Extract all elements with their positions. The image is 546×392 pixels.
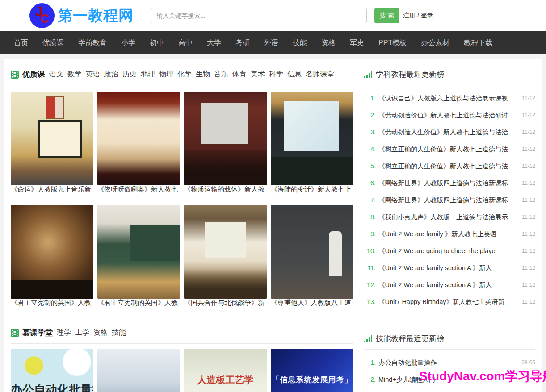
rank-link[interactable]: 《Unit 2 We are family section A 》新人 <box>378 281 518 289</box>
course-caption[interactable]: 《君主立宪制的英国》人教 <box>11 299 91 306</box>
rank-item: 10.《Unit 2 We are going to cheer the pla… <box>364 242 535 259</box>
rank-link[interactable]: 《树立正确的人生价值》新人教七上道德与法 <box>378 162 518 171</box>
mooc-link-engineering[interactable]: 工学 <box>75 328 89 338</box>
rank-link[interactable]: 《Unit 2 We are family section A 》新人 <box>378 264 518 272</box>
rank-link[interactable]: 《我们小点儿声》人教版二上道德与法治展示 <box>378 213 518 221</box>
rank-link[interactable]: 《Unit 2 We are family 》新人教七上英语 <box>378 230 518 238</box>
subject-link-politics[interactable]: 政治 <box>104 70 118 79</box>
subject-link-art[interactable]: 美术 <box>251 70 265 79</box>
subject-link-physics[interactable]: 物理 <box>159 70 173 79</box>
nav-item-qualification[interactable]: 资格 <box>314 38 343 48</box>
site-logo[interactable]: J C 第一教程网 <box>29 3 134 28</box>
rank-number: 2. <box>364 376 376 383</box>
rank-date: 08-05 <box>521 359 535 366</box>
course-caption[interactable]: 《物质运输的载体》新人教 <box>184 185 265 193</box>
search-button[interactable]: 搜 索 <box>374 8 399 23</box>
nav-item-tutorial-download[interactable]: 教程下载 <box>457 38 500 48</box>
nav-item-military-history[interactable]: 军史 <box>343 38 371 48</box>
nav-item-junior[interactable]: 初中 <box>143 38 171 48</box>
nav-item-office-material[interactable]: 办公素材 <box>414 38 457 48</box>
subject-link-information[interactable]: 信息 <box>287 70 302 79</box>
mooc-link-science[interactable]: 理学 <box>57 328 71 338</box>
subject-link-math[interactable]: 数学 <box>67 70 82 79</box>
subject-link-pe[interactable]: 体育 <box>232 70 247 79</box>
rank-date: 11-12 <box>522 248 535 254</box>
mooc-thumbnail[interactable] <box>97 349 180 392</box>
subject-link-history[interactable]: 历史 <box>122 70 137 79</box>
nav-item-primary[interactable]: 小学 <box>114 38 143 48</box>
subject-link-music[interactable]: 音乐 <box>214 70 228 79</box>
rank-date: 11-12 <box>522 299 535 305</box>
search-input[interactable] <box>151 8 367 23</box>
subject-link-geography[interactable]: 地理 <box>141 70 155 79</box>
rank-link[interactable]: 《认识自己》人教版六上道德与法治展示课视 <box>378 94 518 103</box>
nav-item-ppt-template[interactable]: PPT模板 <box>371 38 414 48</box>
mooc-card: 人造板工艺学 <box>184 349 267 392</box>
course-thumbnail[interactable] <box>11 92 93 185</box>
nav-item-skills[interactable]: 技能 <box>286 38 314 48</box>
course-caption[interactable]: 《尊重他人》人教版八上道 <box>271 299 351 306</box>
subject-rank-list: 1.《认识自己》人教版六上道德与法治展示课视11-12 2.《劳动创造价值》新人… <box>364 90 535 310</box>
rank-link[interactable]: 办公自动化批量操作 <box>378 359 518 367</box>
mooc-thumb-label: 办公自动化批量操作 <box>11 382 93 392</box>
course-card: 《物质运输的载体》新人教 <box>184 92 267 194</box>
subject-link-biology[interactable]: 生物 <box>196 70 210 79</box>
subject-link-chinese[interactable]: 语文 <box>49 70 63 79</box>
subject-link-famous-teacher[interactable]: 名师课堂 <box>306 70 334 79</box>
mooc-thumbnail[interactable]: 办公自动化批量操作 <box>11 349 93 392</box>
studynav-watermark: StudyNav.com学习导航 <box>419 368 546 385</box>
subject-rank-header: 学科教程最近更新榜 <box>364 69 535 85</box>
nav-item-foreign-language[interactable]: 外语 <box>257 38 286 48</box>
rank-date: 11-12 <box>522 163 535 169</box>
course-thumbnail[interactable] <box>11 205 93 299</box>
course-caption[interactable]: 《依呀呀傲咧奥》新人教七 <box>97 185 178 193</box>
rank-link[interactable]: 《树立正确的人生价值》新人教七上道德与法 <box>378 145 518 154</box>
rank-date: 11-12 <box>522 180 535 186</box>
course-card: 《依呀呀傲咧奥》新人教七 <box>97 92 180 194</box>
subject-link-science[interactable]: 科学 <box>269 70 283 79</box>
nav-item-university[interactable]: 大学 <box>200 38 228 48</box>
rank-link[interactable]: 《网络新世界》人教版四上道德与法治新课标 <box>378 196 518 204</box>
site-header: J C 第一教程网 搜 索 注册 / 登录 <box>0 0 546 31</box>
course-thumbnail[interactable] <box>271 205 353 299</box>
bar-chart-icon <box>364 335 372 343</box>
mooc-card <box>97 349 180 392</box>
rank-item: 5.《树立正确的人生价值》新人教七上道德与法11-12 <box>364 158 535 175</box>
nav-item-preschool[interactable]: 学前教育 <box>71 38 114 48</box>
rank-link[interactable]: 《劳动创造人生价值》新人教七上道德与法治 <box>378 128 518 137</box>
rank-item: 6.《网络新世界》人教版四上道德与法治新课标11-12 <box>364 175 535 192</box>
course-caption[interactable]: 《命运》人教版九上音乐新 <box>11 185 91 193</box>
subject-link-chemistry[interactable]: 化学 <box>177 70 192 79</box>
rank-link[interactable]: 《网络新世界》人教版四上道德与法治新课标 <box>378 179 518 188</box>
rank-number: 1. <box>364 359 376 366</box>
course-caption[interactable]: 《国共合作与北伐战争》新 <box>184 299 265 306</box>
course-thumbnail[interactable] <box>184 92 267 185</box>
course-thumbnail[interactable] <box>97 205 180 299</box>
course-thumbnail[interactable] <box>271 92 353 185</box>
mooc-link-skills[interactable]: 技能 <box>112 328 126 338</box>
course-thumbnail[interactable] <box>97 92 180 185</box>
site-title: 第一教程网 <box>58 6 134 26</box>
subject-link-english[interactable]: 英语 <box>86 70 100 79</box>
course-caption[interactable]: 《君主立宪制的英国》人教 <box>97 299 178 306</box>
nav-item-quality-course[interactable]: 优质课 <box>35 38 71 48</box>
nav-item-postgraduate[interactable]: 考研 <box>228 38 257 48</box>
nav-item-home[interactable]: 首页 <box>7 38 35 48</box>
course-card: 《君主立宪制的英国》人教 <box>97 205 180 307</box>
course-caption[interactable]: 《海陆的变迁》新人教七上 <box>271 185 351 193</box>
mooc-link-qualification[interactable]: 资格 <box>93 328 108 338</box>
mooc-thumbnail[interactable]: 「信息系统发展用考」 <box>271 349 353 392</box>
register-login-link[interactable]: 注册 / 登录 <box>403 12 433 20</box>
course-thumbnail[interactable] <box>184 205 267 299</box>
rank-number: 7. <box>364 196 376 204</box>
rank-link[interactable]: 《劳动创造价值》新人教七上道德与法治研讨 <box>378 111 518 120</box>
rank-number: 6. <box>364 179 376 187</box>
nav-item-senior[interactable]: 高中 <box>171 38 200 48</box>
rank-date: 11-12 <box>522 146 535 152</box>
rank-link[interactable]: 《Unit 2 We are going to cheer the playe <box>378 247 518 255</box>
rank-item: 1.《认识自己》人教版六上道德与法治展示课视11-12 <box>364 90 535 107</box>
mooc-card: 办公自动化批量操作 <box>11 349 93 392</box>
rank-number: 13. <box>364 298 376 305</box>
rank-link[interactable]: 《Unit7 Happy Birthday》新人教七上英语新 <box>378 298 518 306</box>
mooc-thumbnail[interactable]: 人造板工艺学 <box>184 349 267 392</box>
